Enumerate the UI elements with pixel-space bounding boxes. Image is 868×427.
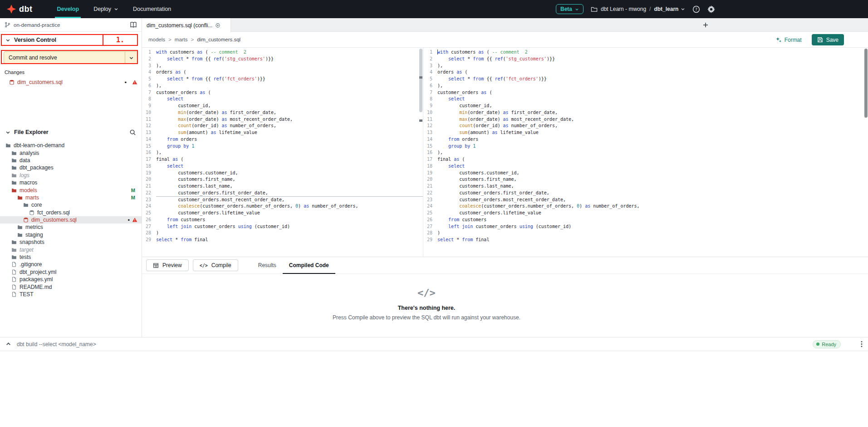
version-control-header[interactable]: Version Control [0,34,142,46]
gear-icon[interactable] [707,5,715,13]
tree-item-analysis[interactable]: analysis [0,149,142,156]
scrollbar-left-pane[interactable] [418,48,423,257]
code-line-28[interactable]: 28) [142,230,423,237]
code-line-23[interactable]: 23 customer_orders.most_recent_order_dat… [142,197,423,204]
commit-options-caret[interactable] [125,52,137,64]
code-line-16[interactable]: 16), [142,149,423,156]
tree-item-dbt_project.yml[interactable]: dbt_project.yml [0,268,142,276]
tree-item-snapshots[interactable]: snapshots [0,238,142,246]
tab-results[interactable]: Results [252,257,283,274]
code-line-17[interactable]: 17final as ( [423,156,868,163]
code-line-16[interactable]: 16), [423,149,868,156]
tree-item-marts[interactable]: martsM [0,194,142,201]
code-line-5[interactable]: 5 select * from {{ ref('fct_orders')}} [423,76,868,83]
code-line-15[interactable]: 15 group by 1 [142,143,423,150]
preview-button[interactable]: Preview [146,259,189,271]
code-line-14[interactable]: 14 from orders [423,136,868,143]
tree-item-dim_customers.sql[interactable]: dim_customers.sql• [0,216,142,223]
nav-documentation[interactable]: Documentation [126,0,178,18]
code-line-14[interactable]: 14 from orders [142,136,423,143]
code-line-22[interactable]: 22 customer_orders.first_order_date, [142,190,423,197]
breadcrumb-item[interactable]: dim_customers.sql [197,37,240,42]
code-line-22[interactable]: 22 customer_orders.first_order_date, [423,190,868,197]
code-line-6[interactable]: 6), [142,83,423,89]
code-line-12[interactable]: 12 count(order_id) as number_of_orders, [423,123,868,129]
code-line-9[interactable]: 9 customer_id, [142,103,423,109]
code-line-10[interactable]: 10 min(order_date) as first_order_date, [142,109,423,116]
code-line-29[interactable]: 29select * from final [142,237,423,243]
code-line-2[interactable]: 2 select * from {{ ref('stg_customers')}… [142,56,423,63]
code-line-9[interactable]: 9 customer_id, [423,103,868,109]
code-line-21[interactable]: 21 customers.last_name, [142,183,423,190]
chevron-up-icon[interactable] [5,341,11,347]
nav-deploy[interactable]: Deploy [86,0,126,18]
changed-file-row[interactable]: dim_customers.sql• [0,78,142,86]
code-line-19[interactable]: 19 customers.customer_id, [423,170,868,177]
code-line-26[interactable]: 26 from customers [423,217,868,223]
breadcrumb-item[interactable]: marts [175,37,188,42]
code-line-13[interactable]: 13 sum(amount) as lifetime_value [142,129,423,136]
code-line-11[interactable]: 11 max(order_date) as most_recent_order_… [142,116,423,123]
code-line-27[interactable]: 27 left join customer_orders using (cust… [423,223,868,230]
code-line-18[interactable]: 18 select [423,163,868,170]
tree-item-core[interactable]: core [0,201,142,209]
scrollbar-right-pane[interactable] [863,48,868,257]
file-explorer-header[interactable]: File Explorer [0,126,142,138]
code-line-2[interactable]: 2 select * from {{ ref('stg_customers')}… [423,56,868,63]
book-icon[interactable] [130,21,137,29]
code-line-25[interactable]: 25 customer_orders.lifetime_value [142,210,423,217]
tree-item-metrics[interactable]: metrics [0,223,142,231]
scrollbar-thumb[interactable] [864,49,868,118]
tree-item-staging[interactable]: staging [0,231,142,238]
code-line-27[interactable]: 27 left join customer_orders using (cust… [142,223,423,230]
code-line-21[interactable]: 21 customers.last_name, [423,183,868,190]
format-button[interactable]: Format [775,37,802,43]
code-line-4[interactable]: 4orders as ( [142,69,423,76]
code-line-28[interactable]: 28) [423,230,868,237]
code-line-10[interactable]: 10 min(order_date) as first_order_date, [423,109,868,116]
tree-item-.gitignore[interactable]: .gitignore [0,261,142,268]
tree-item-models[interactable]: modelsM [0,186,142,194]
editor-pane-right[interactable]: 1with customers as ( -- comment 22 selec… [423,48,868,257]
breadcrumb-item[interactable]: models [148,37,165,42]
new-tab-button[interactable] [699,18,712,32]
code-line-8[interactable]: 8 select [423,96,868,103]
code-line-3[interactable]: 3), [142,63,423,70]
code-line-19[interactable]: 19 customers.customer_id, [142,170,423,177]
search-icon[interactable] [129,129,136,136]
kebab-menu-icon[interactable] [861,341,863,348]
code-line-13[interactable]: 13 sum(amount) as lifetime_value [423,129,868,136]
code-line-8[interactable]: 8 select [142,96,423,103]
code-line-20[interactable]: 20 customers.first_name, [423,176,868,183]
tab-compiled-code[interactable]: Compiled Code [283,257,335,274]
tree-item-macros[interactable]: macros [0,179,142,186]
code-line-6[interactable]: 6), [423,83,868,89]
tree-item-target[interactable]: target [0,246,142,253]
account-project-selector[interactable]: dbt Learn - mwong / dbt_learn [591,6,685,13]
code-line-5[interactable]: 5 select * from {{ ref('fct_orders')}} [142,76,423,83]
tree-item-dbt_packages[interactable]: dbt_packages [0,164,142,171]
tree-item-README.md[interactable]: README.md [0,283,142,290]
beta-toggle[interactable]: Beta [556,4,584,14]
code-line-24[interactable]: 24 coalesce(customer_orders.number_of_or… [423,203,868,210]
code-line-11[interactable]: 11 max(order_date) as most_recent_order_… [423,116,868,123]
tree-item-packages.yml[interactable]: packages.yml [0,276,142,283]
tree-item-dbt-learn-on-demand[interactable]: dbt-learn-on-demand [0,142,142,149]
code-line-1[interactable]: 1with customers as ( -- comment 2 [142,49,423,56]
code-line-24[interactable]: 24 coalesce(customer_orders.number_of_or… [142,203,423,210]
code-line-17[interactable]: 17final as ( [142,156,423,163]
tree-item-TEST[interactable]: TEST [0,291,142,298]
dbt-logo[interactable]: dbt [0,0,39,18]
tree-item-tests[interactable]: tests [0,253,142,261]
editor-pane-left[interactable]: 1with customers as ( -- comment 22 selec… [142,48,423,257]
nav-develop[interactable]: Develop [49,0,86,18]
code-line-3[interactable]: 3), [423,63,868,70]
code-line-4[interactable]: 4orders as ( [423,69,868,76]
code-line-7[interactable]: 7customer_orders as ( [142,89,423,96]
code-line-23[interactable]: 23 customer_orders.most_recent_order_dat… [423,197,868,204]
tree-item-logs[interactable]: logs [0,172,142,179]
git-branch-row[interactable]: on-demand-practice [0,18,142,32]
code-line-15[interactable]: 15 group by 1 [423,143,868,150]
code-line-18[interactable]: 18 select [142,163,423,170]
tree-item-fct_orders.sql[interactable]: fct_orders.sql [0,209,142,216]
